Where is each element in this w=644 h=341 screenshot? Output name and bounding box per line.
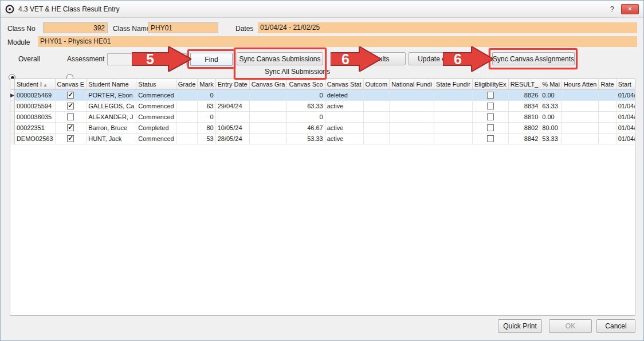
- cell-canvas_score[interactable]: 63.33: [287, 100, 325, 111]
- cell-student_name[interactable]: Barron, Bruce: [87, 122, 136, 133]
- column-header-mark[interactable]: Mark: [198, 79, 215, 89]
- class-no-field[interactable]: 392: [43, 22, 108, 33]
- cell-eligibility[interactable]: [472, 122, 508, 133]
- column-header-canvas_e[interactable]: Canvas E: [55, 79, 87, 89]
- cell-student_id[interactable]: 00022351: [14, 122, 55, 133]
- cell-pct_mark[interactable]: 80.00: [540, 122, 562, 133]
- cell-entry_date[interactable]: 10/05/24: [215, 122, 249, 133]
- cell-canvas_score[interactable]: 53.33: [287, 133, 325, 144]
- column-header-student_id[interactable]: Student I▲: [14, 79, 55, 89]
- cell-entry_date[interactable]: [215, 111, 249, 122]
- cell-student_name[interactable]: HUNT, Jack: [87, 133, 136, 144]
- cell-hours[interactable]: [561, 89, 598, 100]
- table-row[interactable]: ▶0000025469PORTER, EbonCommenced00delete…: [10, 89, 635, 100]
- cell-canvas_status[interactable]: active: [325, 100, 363, 111]
- column-header-entry_date[interactable]: Entry Date: [215, 79, 249, 89]
- close-button[interactable]: ✕: [621, 4, 639, 14]
- sync-all-submissions-label[interactable]: Sync All Submissions: [265, 68, 330, 76]
- canvas_e-checkbox[interactable]: [67, 135, 74, 142]
- cell-rate[interactable]: [599, 122, 616, 133]
- cell-outcome[interactable]: [363, 111, 390, 122]
- cell-state_funding[interactable]: [434, 122, 473, 133]
- cell-status[interactable]: Commenced: [136, 89, 176, 100]
- cell-pct_mark[interactable]: 53.33: [540, 133, 562, 144]
- cell-mark[interactable]: 53: [198, 133, 215, 144]
- cell-rate[interactable]: [599, 111, 616, 122]
- cell-canvas_score[interactable]: 0: [287, 89, 325, 100]
- cell-hours[interactable]: [561, 122, 598, 133]
- cell-state_funding[interactable]: [434, 133, 473, 144]
- cell-grade[interactable]: [176, 122, 198, 133]
- cell-canvas_grade[interactable]: [249, 122, 287, 133]
- cell-start[interactable]: 01/04/24: [616, 100, 635, 111]
- cell-canvas_grade[interactable]: [249, 89, 287, 100]
- cell-entry_date[interactable]: [215, 89, 249, 100]
- cell-outcome[interactable]: [363, 89, 390, 100]
- cell-entry_date[interactable]: 28/05/24: [215, 133, 249, 144]
- eligibility-checkbox[interactable]: [487, 135, 494, 142]
- cell-mark[interactable]: 63: [198, 100, 215, 111]
- cell-result[interactable]: 8810: [508, 111, 540, 122]
- column-header-eligibility[interactable]: EligibilityEx: [472, 79, 508, 89]
- canvas_e-checkbox[interactable]: [67, 124, 74, 131]
- column-header-hours[interactable]: Hours Atten: [561, 79, 598, 89]
- cell-student_name[interactable]: GALLEGOS, Ca: [87, 100, 136, 111]
- sync-canvas-assignments-button[interactable]: Sync Canvas Assignments: [492, 52, 575, 65]
- cell-national_funding[interactable]: [390, 133, 434, 144]
- cell-grade[interactable]: [176, 89, 198, 100]
- row-marker-cell[interactable]: [10, 111, 14, 122]
- cell-student_id[interactable]: 0000036035: [14, 111, 55, 122]
- cell-pct_mark[interactable]: 63.33: [540, 100, 562, 111]
- canvas_e-checkbox[interactable]: [67, 113, 74, 120]
- column-header-state_funding[interactable]: State Fundir: [434, 79, 473, 89]
- cell-national_funding[interactable]: [390, 111, 434, 122]
- cell-eligibility[interactable]: [472, 111, 508, 122]
- cell-rate[interactable]: [599, 100, 616, 111]
- cell-state_funding[interactable]: [434, 111, 473, 122]
- cell-canvas_score[interactable]: 0: [287, 111, 325, 122]
- cell-canvas_status[interactable]: [325, 111, 363, 122]
- update-eb-button[interactable]: Update eB: [409, 52, 460, 65]
- table-row[interactable]: 0000025594GALLEGOS, CaCommenced6329/04/2…: [10, 100, 635, 111]
- table-row[interactable]: 0000036035ALEXANDER, JCommenced0088100.0…: [10, 111, 635, 122]
- cell-canvas_status[interactable]: active: [325, 122, 363, 133]
- cell-student_id[interactable]: 0000025594: [14, 100, 55, 111]
- cell-eligibility[interactable]: [472, 89, 508, 100]
- eligibility-checkbox[interactable]: [487, 103, 494, 109]
- cell-canvas_status[interactable]: deleted: [325, 89, 363, 100]
- cell-start[interactable]: 01/04/24: [616, 89, 635, 100]
- cell-mark[interactable]: 0: [198, 89, 215, 100]
- row-marker-cell[interactable]: [10, 133, 14, 144]
- cell-mark[interactable]: 80: [198, 122, 215, 133]
- cell-student_id[interactable]: DEMO02563: [14, 133, 55, 144]
- row-marker-cell[interactable]: ▶: [10, 89, 14, 100]
- cell-result[interactable]: 8842: [508, 133, 540, 144]
- canvas_e-checkbox[interactable]: [67, 92, 74, 99]
- cell-canvas_status[interactable]: active: [325, 133, 363, 144]
- cell-student_id[interactable]: 0000025469: [14, 89, 55, 100]
- cell-canvas_grade[interactable]: [249, 100, 287, 111]
- table-row[interactable]: 00022351Barron, BruceCompleted8010/05/24…: [10, 122, 635, 133]
- column-header-national_funding[interactable]: National Fundi: [390, 79, 434, 89]
- cell-start[interactable]: 01/04/24: [616, 122, 635, 133]
- find-button[interactable]: Find: [190, 53, 233, 66]
- column-header-canvas_score[interactable]: Canvas Sco: [287, 79, 325, 89]
- cell-student_name[interactable]: ALEXANDER, J: [87, 111, 136, 122]
- results-grid[interactable]: Student I▲Canvas EStudent NameStatusGrad…: [10, 79, 635, 316]
- column-header-status[interactable]: Status: [136, 79, 176, 89]
- cell-start[interactable]: 01/04/24: [616, 111, 635, 122]
- cell-mark[interactable]: 0: [198, 111, 215, 122]
- canvas_e-checkbox[interactable]: [67, 103, 74, 109]
- assessment-radio-label[interactable]: Assessment: [67, 55, 104, 63]
- cell-result[interactable]: 8802: [508, 122, 540, 133]
- column-header-result[interactable]: RESULT_: [508, 79, 540, 89]
- column-header-grade[interactable]: Grade: [176, 79, 198, 89]
- cell-outcome[interactable]: [363, 133, 390, 144]
- cell-status[interactable]: Completed: [136, 122, 176, 133]
- column-header-start[interactable]: Start: [616, 79, 635, 89]
- column-header-canvas_grade[interactable]: Canvas Gra: [249, 79, 287, 89]
- cell-national_funding[interactable]: [390, 100, 434, 111]
- eligibility-checkbox[interactable]: [487, 92, 494, 99]
- cell-status[interactable]: Commenced: [136, 111, 176, 122]
- cell-eligibility[interactable]: [472, 133, 508, 144]
